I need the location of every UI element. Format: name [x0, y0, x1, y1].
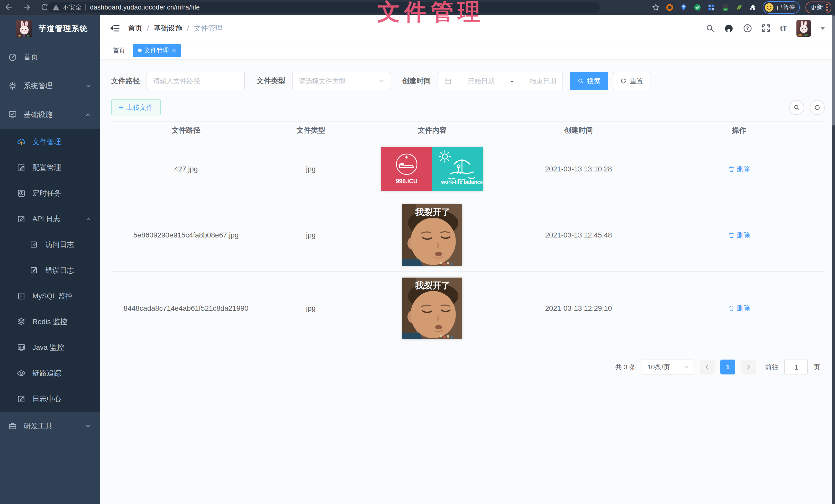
file-thumbnail-baby-meme[interactable]: 我裂开了: [402, 278, 462, 339]
address-bar[interactable]: 不安全 dashboard.yudao.iocoder.cn/infra/fil…: [47, 2, 600, 13]
sidebar-item-mysql-monitor[interactable]: MySQL 监控: [0, 283, 100, 309]
delete-button-label: 删除: [737, 304, 750, 313]
page-scrollbar[interactable]: [832, 15, 835, 504]
sidebar-item-java-monitor[interactable]: Java 监控: [0, 335, 100, 360]
reset-button-label: 重置: [630, 77, 643, 86]
hamburger-icon[interactable]: [109, 23, 120, 34]
sidebar: 芋道管理系统 首页 系统管理 基础设施: [0, 15, 100, 504]
security-label[interactable]: 不安全: [62, 3, 82, 12]
delete-button[interactable]: 删除: [728, 231, 750, 240]
sidebar-item-label: 文件管理: [33, 137, 61, 147]
github-icon[interactable]: [724, 23, 734, 33]
upload-file-button[interactable]: + 上传文件: [111, 100, 161, 115]
tags-view-bar: 首页 文件管理 ×: [100, 42, 835, 59]
cell-created-time: 2021-03-13 12:45:48: [504, 231, 653, 239]
page-size-select[interactable]: 10条/页: [642, 360, 694, 375]
file-thumbnail-996icu[interactable]: 996.ICU work-life ba: [381, 147, 483, 191]
sidebar-item-home[interactable]: 首页: [0, 43, 100, 71]
sidebar-logo[interactable]: 芋道管理系统: [0, 15, 100, 43]
tab-label: 首页: [113, 46, 125, 55]
extension-orange-ring-icon[interactable]: [666, 3, 674, 12]
breadcrumb-infra: 基础设施: [154, 23, 183, 33]
start-date-placeholder: 开始日期: [468, 77, 495, 86]
sidebar-item-infra[interactable]: 基础设施: [0, 100, 100, 129]
extension-grid-icon[interactable]: [707, 3, 715, 12]
bookmark-star-icon[interactable]: [652, 3, 660, 12]
file-thumbnail-baby-meme[interactable]: 我裂开了: [402, 204, 462, 266]
reset-button[interactable]: 重置: [613, 72, 650, 90]
sidebar-item-label: 系统管理: [24, 81, 53, 91]
user-avatar[interactable]: [796, 20, 811, 37]
trash-icon: [728, 305, 735, 312]
extension-puzzle-icon[interactable]: [749, 3, 757, 12]
table-setting-buttons: [789, 100, 825, 115]
breadcrumb-separator: /: [147, 24, 149, 33]
scrollbar-thumb[interactable]: [832, 15, 835, 126]
sidebar-item-system[interactable]: 系统管理: [0, 71, 100, 100]
sidebar-item-config-manage[interactable]: 配置管理: [0, 155, 100, 181]
page-unit-label: 页: [813, 363, 820, 372]
extension-green-check-icon[interactable]: [693, 3, 701, 12]
chevron-down-icon: [683, 364, 690, 370]
sidebar-item-redis-monitor[interactable]: Redis 监控: [0, 309, 100, 335]
url-text[interactable]: dashboard.yudao.iocoder.cn/infra/file: [90, 4, 200, 11]
logo-rabbit-image: [16, 20, 33, 37]
upload-button-label: 上传文件: [126, 103, 153, 112]
extension-leaf-icon[interactable]: [735, 3, 743, 12]
upload-cloud-icon: [17, 138, 26, 146]
refresh-table-button[interactable]: [810, 100, 825, 115]
file-path-input[interactable]: [147, 77, 244, 85]
cell-file-type: jpg: [261, 231, 361, 239]
eye-icon: [17, 369, 26, 378]
filter-form: 文件路径 文件类型 请选择文件类型 创建时间 开始日期 - 结束日期: [111, 71, 825, 91]
sidebar-item-api-log[interactable]: API 日志: [0, 206, 100, 232]
chrome-update-menu[interactable]: 更新: [806, 2, 831, 13]
sidebar-item-log-center[interactable]: 日志中心: [0, 386, 100, 412]
profile-paused-badge[interactable]: 已暂停: [763, 1, 800, 14]
log-edit-icon: [30, 240, 39, 249]
prev-page-button[interactable]: [700, 360, 715, 375]
toggle-search-button[interactable]: [789, 100, 804, 115]
kebab-menu-icon: [826, 4, 828, 11]
close-icon[interactable]: ×: [172, 47, 176, 54]
delete-button[interactable]: 删除: [728, 165, 750, 173]
extension-pin-icon[interactable]: [679, 3, 688, 12]
page-number-button[interactable]: 1: [720, 360, 735, 375]
delete-button-label: 删除: [737, 165, 750, 173]
sidebar-item-label: API 日志: [33, 214, 60, 224]
cell-created-time: 2021-03-13 12:29:10: [504, 304, 653, 313]
help-icon[interactable]: ?: [743, 24, 752, 33]
search-button[interactable]: 搜索: [570, 72, 608, 90]
goto-page-input[interactable]: [785, 360, 808, 375]
fullscreen-icon[interactable]: [761, 24, 771, 33]
sidebar-item-scheduled-jobs[interactable]: 定时任务: [0, 181, 100, 206]
search-icon[interactable]: [706, 24, 715, 33]
back-icon[interactable]: [4, 2, 14, 12]
font-size-icon[interactable]: tT: [780, 24, 787, 33]
sidebar-item-error-log[interactable]: 错误日志: [0, 257, 100, 283]
sidebar-item-trace[interactable]: 链路追踪: [0, 360, 100, 386]
extension-on-badge-icon[interactable]: on: [721, 3, 729, 12]
next-page-button[interactable]: [741, 360, 756, 375]
security-warning-icon[interactable]: [52, 4, 60, 11]
tab-file-manage[interactable]: 文件管理 ×: [133, 44, 181, 57]
sidebar-item-file-manage[interactable]: 文件管理: [0, 129, 100, 155]
date-range-picker[interactable]: 开始日期 - 结束日期: [437, 72, 563, 90]
search-icon: [793, 104, 800, 111]
column-header-content: 文件内容: [361, 125, 504, 135]
sidebar-item-label: 基础设施: [24, 110, 53, 120]
update-label: 更新: [811, 3, 823, 12]
file-type-select[interactable]: 请选择文件类型: [292, 72, 390, 90]
sidebar-item-access-log[interactable]: 访问日志: [0, 232, 100, 257]
dashboard-icon: [8, 53, 17, 61]
avatar-caret-icon[interactable]: [820, 27, 825, 30]
sidebar-item-dev-tools[interactable]: 研发工具: [0, 412, 100, 441]
sidebar-item-label: 定时任务: [33, 188, 61, 198]
app-title: 芋道管理系统: [39, 23, 88, 34]
created-time-label: 创建时间: [402, 76, 431, 86]
forward-icon[interactable]: [22, 2, 32, 12]
breadcrumb-home[interactable]: 首页: [128, 23, 142, 33]
file-path-label: 文件路径: [111, 76, 140, 86]
delete-button[interactable]: 删除: [728, 304, 750, 313]
tab-home[interactable]: 首页: [108, 44, 130, 57]
